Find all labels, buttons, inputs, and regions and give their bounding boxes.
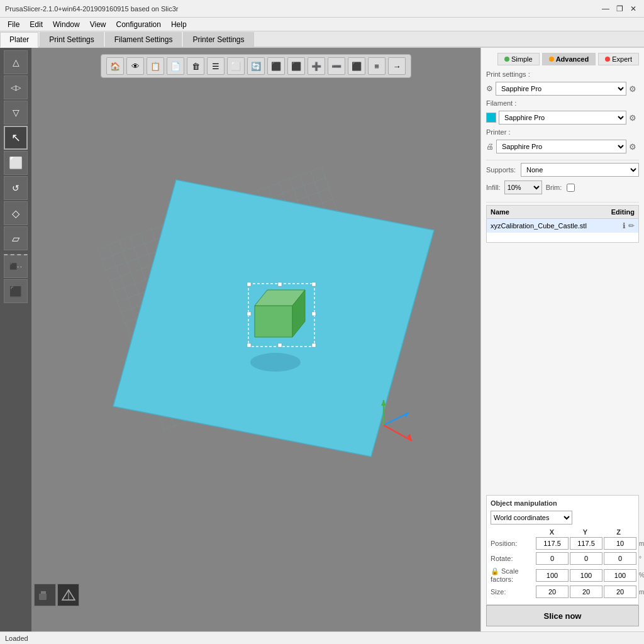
menu-file[interactable]: File [3, 19, 25, 30]
rotate-y-input[interactable] [570, 552, 602, 565]
infill-brim-row: Infill: 10% 15% 20% 25% Brim: [486, 180, 639, 194]
mode-advanced-button[interactable]: Advanced [542, 53, 596, 65]
svg-rect-11 [278, 282, 282, 286]
move-down-tool[interactable]: ▽ [4, 101, 28, 125]
vp-add-btn[interactable]: 👁 [126, 57, 144, 75]
select-tool[interactable]: ↖ [4, 126, 28, 150]
move-arrows-tool[interactable]: ◁▷ [4, 75, 28, 99]
menu-edit[interactable]: Edit [25, 19, 48, 30]
print-settings-edit-button[interactable]: ⚙ [626, 82, 639, 95]
tab-filament-settings[interactable]: Filament Settings [105, 32, 182, 47]
print-settings-select[interactable]: Sapphire Pro [496, 82, 626, 96]
svg-marker-19 [407, 434, 412, 441]
vp-delete-btn[interactable]: 🗑 [187, 57, 204, 75]
supports-select[interactable]: None Support on build plate only Everywh… [521, 163, 639, 177]
vp-paste-btn[interactable]: 📄 [167, 57, 184, 75]
vp-rotate-btn[interactable]: 🔄 [247, 57, 265, 75]
vp-mirror-btn[interactable]: ⬛ [287, 57, 305, 75]
svg-point-2 [250, 353, 301, 372]
size-z-input[interactable] [604, 586, 636, 598]
support-tool[interactable]: ⬛ [4, 279, 28, 303]
coord-system-select[interactable]: World coordinates Object coordinates [491, 511, 572, 525]
rotate-row: Rotate: ° [491, 552, 635, 565]
left-toolbar: △ ◁▷ ▽ ↖ ⬜ ↺ ◇ ▱ ⬛- - ⬛ [0, 48, 31, 631]
thumbnail-2[interactable] [57, 584, 79, 606]
svg-line-15 [384, 413, 409, 425]
paint-tool[interactable]: ▱ [4, 226, 28, 250]
mode-simple-button[interactable]: Simple [497, 53, 540, 65]
print-settings-icon: ⚙ [486, 84, 493, 93]
position-z-input[interactable] [604, 537, 636, 550]
svg-rect-7 [247, 282, 251, 286]
filament-color-swatch[interactable] [486, 113, 496, 123]
scale-x-input[interactable] [536, 569, 569, 582]
minimize-button[interactable]: — [600, 3, 611, 14]
rotate-label: Rotate: [491, 555, 535, 562]
size-y-input[interactable] [570, 586, 602, 598]
rotate-x-input[interactable] [536, 552, 569, 565]
svg-rect-12 [247, 312, 251, 316]
object-list-row[interactable]: xyzCalibration_Cube_Castle.stl ℹ ✏ [487, 219, 638, 233]
slice-now-button[interactable]: Slice now [486, 605, 639, 626]
menu-view[interactable]: View [85, 19, 111, 30]
svg-rect-9 [247, 343, 251, 347]
menu-help[interactable]: Help [166, 19, 192, 30]
vp-layer-btn[interactable]: ⬛ [348, 57, 365, 75]
printer-select[interactable]: Sapphire Pro [496, 140, 626, 153]
thumbnail-1[interactable] [34, 584, 56, 606]
rotate-tool[interactable]: ↺ [4, 176, 28, 200]
vp-scale-btn[interactable]: ⬛ [267, 57, 285, 75]
svg-marker-18 [404, 413, 409, 418]
size-label: Size: [491, 588, 535, 596]
object-info-icon[interactable]: ℹ [623, 221, 626, 230]
scale-unit: % [639, 572, 644, 579]
svg-rect-1 [97, 167, 389, 431]
filament-select[interactable]: Sapphire Pro [499, 111, 626, 125]
infill-select[interactable]: 10% 15% 20% 25% [504, 180, 542, 194]
mode-buttons: Simple Advanced Expert [486, 53, 639, 65]
mode-expert-button[interactable]: Expert [598, 53, 639, 65]
divider-1 [486, 160, 639, 160]
position-y-input[interactable] [570, 537, 602, 550]
layer-range-tool[interactable]: ⬛- - [4, 254, 28, 278]
scale-y-input[interactable] [570, 569, 602, 582]
size-x-input[interactable] [536, 586, 569, 598]
tab-printer-settings[interactable]: Printer Settings [183, 32, 253, 47]
menu-configuration[interactable]: Configuration [111, 19, 166, 30]
menubar: File Edit Window View Configuration Help [0, 18, 644, 31]
name-column-header: Name [491, 208, 509, 216]
vp-arrange-btn[interactable]: 🏠 [106, 57, 124, 75]
vp-undo-btn[interactable]: → [388, 57, 406, 75]
object-edit-icon[interactable]: ✏ [628, 221, 635, 230]
titlebar: PrusaSlicer-2.1.0+win64-20190916​0915 ba… [0, 0, 644, 18]
tab-plater[interactable]: Plater [0, 32, 38, 48]
vp-zoom-in-btn[interactable]: ➕ [308, 57, 325, 75]
filament-edit-button[interactable]: ⚙ [626, 111, 639, 124]
tab-print-settings[interactable]: Print Settings [40, 32, 103, 47]
menu-window[interactable]: Window [48, 19, 85, 30]
coord-headers: X Y Z [491, 528, 635, 536]
close-button[interactable]: ✕ [628, 3, 639, 14]
expert-dot [605, 57, 610, 62]
brim-label: Brim: [546, 184, 562, 191]
viewport[interactable]: 🏠 👁 📋 📄 🗑 ☰ ⬜ 🔄 ⬛ ⬛ ➕ ➖ ⬛ ≡ → [31, 48, 480, 631]
printer-edit-button[interactable]: ⚙ [626, 140, 639, 153]
vp-list-btn[interactable]: ≡ [368, 57, 386, 75]
rotate-unit: ° [639, 555, 641, 562]
rotate-z-input[interactable] [604, 552, 636, 565]
move-up-tool[interactable]: △ [4, 50, 28, 74]
vp-cut-btn[interactable]: ⬜ [227, 57, 245, 75]
vp-zoom-out-btn[interactable]: ➖ [328, 57, 345, 75]
scale-tool[interactable]: ⬜ [4, 151, 28, 175]
right-panel: Simple Advanced Expert Print settings : … [480, 48, 644, 631]
brim-checkbox[interactable] [567, 184, 575, 192]
cut-tool[interactable]: ◇ [4, 201, 28, 225]
vp-split-btn[interactable]: ☰ [207, 57, 225, 75]
scale-z-input[interactable] [604, 569, 636, 582]
maximize-button[interactable]: ❐ [614, 3, 625, 14]
tabbar: Plater Print Settings Filament Settings … [0, 31, 644, 48]
vp-copy-btn[interactable]: 📋 [147, 57, 164, 75]
main-content: △ ◁▷ ▽ ↖ ⬜ ↺ ◇ ▱ ⬛- - ⬛ 🏠 👁 📋 📄 🗑 ☰ ⬜ 🔄 … [0, 48, 644, 631]
position-x-input[interactable] [536, 537, 569, 550]
lock-icon: 🔒 [491, 567, 499, 575]
